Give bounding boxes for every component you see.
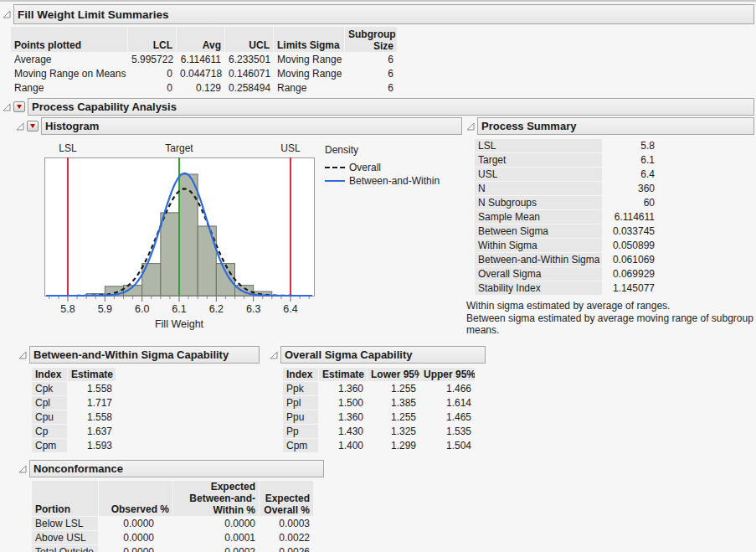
limit-summaries-table: Points plotted LCL Avg UCL Limits Sigma … bbox=[10, 26, 398, 95]
subgroup-size: 6 bbox=[345, 53, 397, 66]
dashed-line-swatch-icon bbox=[325, 167, 345, 168]
x-axis-tick-label: 5.8 bbox=[60, 303, 75, 315]
lsl-label: LSL bbox=[59, 142, 77, 154]
outline-overall-sigma-capability: Overall Sigma Capability bbox=[269, 346, 486, 364]
outline-process-capability-analysis: Process Capability Analysis bbox=[2, 98, 754, 116]
avg-value: 0.129 bbox=[177, 81, 224, 95]
legend-item-overall[interactable]: Overall bbox=[325, 161, 440, 174]
index-label: Cpu bbox=[32, 410, 67, 424]
overall-capability-table: Index Estimate Lower 95% Upper 95% Ppk 1… bbox=[282, 367, 476, 453]
column-header: Estimate bbox=[68, 368, 116, 381]
outline-title-box[interactable]: Nonconformance bbox=[29, 460, 324, 477]
outline-title-box[interactable]: Between-and-Within Sigma Capability bbox=[29, 346, 260, 364]
column-header: Points plotted bbox=[11, 27, 127, 52]
column-header: Lower 95% bbox=[368, 368, 419, 381]
legend-label: Overall bbox=[349, 162, 381, 173]
column-header: Index bbox=[32, 368, 67, 381]
column-header: Observed % bbox=[99, 481, 172, 516]
row-label: Target bbox=[475, 153, 602, 167]
legend-title: Density bbox=[325, 144, 440, 156]
legend-item-between-and-within[interactable]: Between-and-Within bbox=[325, 174, 440, 188]
value: 0.050899 bbox=[603, 239, 658, 252]
estimate: 1.717 bbox=[68, 396, 116, 410]
row-label: N Subgroups bbox=[475, 196, 602, 209]
outline-title-box[interactable]: Process Capability Analysis bbox=[28, 98, 754, 116]
row-label: Between Sigma bbox=[475, 224, 602, 238]
jmp-report-window: Fill Weight Limit Summaries Points plott… bbox=[0, 0, 756, 552]
section-title: Nonconformance bbox=[33, 462, 123, 475]
table-row: Moving Range on Means 0 0.044718 0.14607… bbox=[11, 67, 397, 80]
disclosure-triangle-icon[interactable] bbox=[269, 350, 279, 360]
section-title: Fill Weight Limit Summaries bbox=[18, 8, 169, 21]
histogram-bar[interactable] bbox=[216, 264, 234, 296]
observed-pct: 0.0000 bbox=[99, 545, 172, 552]
outline-process-summary: Process Summary bbox=[465, 117, 754, 135]
row-label: Moving Range on Means bbox=[11, 67, 127, 80]
observed-pct: 0.0000 bbox=[99, 531, 172, 544]
expected-bw-pct: 0.0000 bbox=[173, 517, 259, 530]
row-label: Between-and-Within Sigma bbox=[475, 253, 602, 266]
column-header: LCL bbox=[128, 27, 176, 52]
column-header: Portion bbox=[32, 481, 98, 516]
value: 5.8 bbox=[603, 139, 658, 152]
outline-nonconformance: Nonconformance bbox=[18, 460, 324, 477]
lower-95: 1.255 bbox=[368, 410, 419, 424]
estimate: 1.558 bbox=[68, 382, 116, 395]
column-header: Expected Between-and-Within % bbox=[173, 481, 259, 516]
red-triangle-menu-button[interactable] bbox=[27, 121, 39, 132]
x-axis-tick-label: 5.9 bbox=[98, 303, 112, 315]
estimate: 1.360 bbox=[319, 382, 367, 395]
bw-capability-table: Index Estimate Cpk1.558 Cpl1.717 Cpu1.55… bbox=[31, 367, 116, 453]
disclosure-triangle-icon[interactable] bbox=[18, 350, 28, 360]
ucl-value: 0.258494 bbox=[225, 81, 273, 95]
outline-title-box[interactable]: Fill Weight Limit Summaries bbox=[13, 4, 754, 24]
histogram-bar[interactable] bbox=[198, 226, 216, 296]
x-axis-tick-label: 6.2 bbox=[209, 303, 224, 315]
value: 0.061069 bbox=[603, 253, 658, 266]
column-header: Estimate bbox=[319, 368, 367, 381]
process-summary-table: LSL5.8 Target6.1 USL6.4 N360 N Subgroups… bbox=[474, 138, 659, 296]
table-row: Range 0 0.129 0.258494 Range 6 bbox=[11, 81, 397, 95]
estimate: 1.430 bbox=[319, 425, 367, 438]
outline-title-box[interactable]: Process Summary bbox=[477, 117, 754, 135]
outline-histogram: Histogram bbox=[15, 117, 462, 135]
value: 0.069929 bbox=[603, 267, 658, 281]
column-header: Expected Overall % bbox=[260, 481, 313, 516]
limits-sigma: Moving Range bbox=[274, 53, 344, 66]
solid-line-swatch-icon bbox=[325, 180, 345, 182]
upper-95: 1.465 bbox=[420, 410, 475, 424]
index-label: Cpm bbox=[283, 439, 318, 452]
observed-pct: 0.0000 bbox=[99, 517, 172, 530]
estimate: 1.593 bbox=[68, 439, 116, 452]
avg-value: 0.044718 bbox=[177, 67, 224, 80]
subgroup-size: 6 bbox=[345, 81, 397, 95]
value: 60 bbox=[603, 196, 658, 209]
section-title: Histogram bbox=[45, 120, 99, 132]
disclosure-triangle-icon[interactable] bbox=[18, 464, 28, 474]
row-label: Overall Sigma bbox=[475, 267, 602, 281]
row-label: Average bbox=[11, 53, 127, 66]
disclosure-triangle-icon[interactable] bbox=[2, 9, 12, 19]
section-title: Between-and-Within Sigma Capability bbox=[33, 348, 229, 361]
red-triangle-menu-button[interactable] bbox=[13, 101, 25, 112]
upper-95: 1.614 bbox=[420, 396, 475, 410]
histogram-bar[interactable] bbox=[161, 213, 179, 296]
disclosure-triangle-icon[interactable] bbox=[465, 121, 476, 132]
histogram-bar[interactable] bbox=[179, 174, 198, 296]
row-label: N bbox=[475, 182, 602, 195]
lower-95: 1.299 bbox=[368, 439, 419, 452]
section-title: Process Summary bbox=[481, 120, 576, 132]
value: 6.114611 bbox=[603, 210, 658, 224]
outline-title-box[interactable]: Histogram bbox=[41, 117, 462, 135]
x-axis-tick-label: 6.3 bbox=[246, 303, 260, 315]
lower-95: 1.255 bbox=[368, 382, 419, 395]
index-label: Ppl bbox=[283, 396, 318, 410]
row-label: Range bbox=[11, 81, 127, 95]
x-axis-tick-label: 6.0 bbox=[135, 303, 149, 315]
lcl-value: 0 bbox=[128, 81, 176, 95]
outline-title-box[interactable]: Overall Sigma Capability bbox=[280, 346, 486, 364]
disclosure-triangle-icon[interactable] bbox=[2, 102, 12, 112]
upper-95: 1.535 bbox=[420, 425, 475, 438]
disclosure-triangle-icon[interactable] bbox=[15, 121, 25, 132]
value: 360 bbox=[603, 182, 658, 195]
